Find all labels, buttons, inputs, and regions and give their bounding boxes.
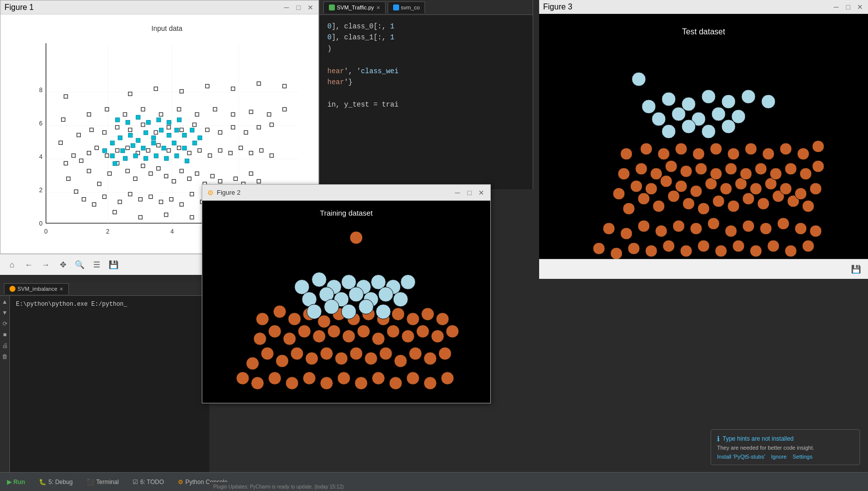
svg-rect-103 xyxy=(177,108,181,111)
svg-rect-85 xyxy=(116,125,119,129)
svg-rect-130 xyxy=(110,154,114,158)
forward-button[interactable]: → xyxy=(38,257,54,273)
svg-rect-143 xyxy=(154,154,158,158)
code-text-5a: hear xyxy=(327,67,344,75)
ignore-link[interactable]: Ignore xyxy=(771,454,787,460)
notif-title-text: Type hints are not installed xyxy=(723,435,794,442)
code-line-7 xyxy=(327,88,525,99)
svg-rect-96 xyxy=(257,125,261,129)
settings-button[interactable]: ☰ xyxy=(89,257,105,273)
toolbar-todo[interactable]: ☑ 6: TODO xyxy=(130,477,167,488)
console-up-btn[interactable]: ▲ xyxy=(1,298,9,306)
figure3-close[interactable]: ✕ xyxy=(856,3,864,11)
console-tab-svm[interactable]: SVM_imbalance ✕ xyxy=(4,283,69,294)
pan-button[interactable]: ✥ xyxy=(55,257,71,273)
code-line-2: 0], class_1[:, 1 xyxy=(327,32,525,43)
svg-rect-65 xyxy=(105,154,109,157)
svg-point-190 xyxy=(810,183,822,195)
tab-svm-traffic-label: SVM_Traffic.py xyxy=(337,4,374,10)
console-trash-btn[interactable]: 🗑 xyxy=(1,353,9,361)
svg-point-170 xyxy=(713,195,724,207)
figure3-minimize[interactable]: ─ xyxy=(832,3,840,11)
console-stop-btn[interactable]: ■ xyxy=(1,331,9,339)
svg-text:2: 2 xyxy=(39,187,43,194)
svg-rect-153 xyxy=(177,118,181,122)
figure3-plot: Test dataset xyxy=(539,14,868,279)
code-text-5c: class_wei xyxy=(361,67,399,75)
figure3-maximize[interactable]: □ xyxy=(844,3,852,11)
svg-point-173 xyxy=(757,198,769,210)
svg-point-177 xyxy=(613,188,625,200)
console-rerun-btn[interactable]: ⟳ xyxy=(1,320,9,328)
svg-point-257 xyxy=(702,124,716,138)
svg-point-189 xyxy=(795,188,807,200)
figure2-maximize[interactable]: □ xyxy=(465,189,473,197)
code-text-2c: 1 xyxy=(390,33,394,41)
svg-point-228 xyxy=(795,223,807,235)
svg-rect-155 xyxy=(139,216,142,219)
code-text-8a: in, y_test = trai xyxy=(327,101,399,109)
toolbar-run[interactable]: ▶ Run xyxy=(4,477,28,488)
svg-text:0: 0 xyxy=(44,228,48,235)
svg-rect-146 xyxy=(185,159,189,163)
svg-point-214 xyxy=(780,143,792,155)
toolbar-terminal[interactable]: ⬛ Terminal xyxy=(84,477,122,488)
figure1-maximize[interactable]: □ xyxy=(294,3,302,11)
back-button[interactable]: ← xyxy=(21,257,37,273)
svg-point-246 xyxy=(702,90,716,104)
svg-point-244 xyxy=(662,92,676,106)
tab-svm-traffic[interactable]: SVM_Traffic.py ✕ xyxy=(323,1,386,13)
svg-rect-28 xyxy=(156,167,160,170)
console-tab-close[interactable]: ✕ xyxy=(59,286,63,292)
svg-point-234 xyxy=(663,240,675,252)
figure2-minimize[interactable]: ─ xyxy=(453,189,461,197)
svg-point-194 xyxy=(665,160,677,172)
svg-point-262 xyxy=(261,347,274,360)
save-button[interactable]: 💾 xyxy=(106,257,122,273)
tab-svm-co-label: svm_co xyxy=(401,4,420,10)
svg-rect-132 xyxy=(131,143,135,147)
svg-point-191 xyxy=(618,168,630,180)
svg-rect-152 xyxy=(167,121,171,124)
svg-rect-21 xyxy=(98,182,101,186)
svg-point-196 xyxy=(695,163,707,175)
svg-point-312 xyxy=(407,372,420,385)
svg-rect-139 xyxy=(113,161,117,165)
figure1-minimize[interactable]: ─ xyxy=(283,3,290,11)
toolbar-debug[interactable]: 🐛 5: Debug xyxy=(36,477,76,488)
svg-rect-97 xyxy=(270,123,274,126)
figure2-close[interactable]: ✕ xyxy=(477,189,485,197)
tab-close-1[interactable]: ✕ xyxy=(376,5,380,10)
svg-point-291 xyxy=(288,313,301,326)
svg-rect-18 xyxy=(67,177,70,180)
svg-rect-150 xyxy=(146,121,150,124)
settings-link[interactable]: Settings xyxy=(793,454,813,460)
tab-svm-co[interactable]: svm_co xyxy=(388,1,426,13)
figure3-window: Figure 3 ─ □ ✕ Test dataset xyxy=(539,0,868,279)
zoom-button[interactable]: 🔍 xyxy=(72,257,88,273)
console-tab-icon xyxy=(9,286,15,292)
svg-rect-123 xyxy=(151,136,155,140)
svg-rect-35 xyxy=(211,174,214,178)
svg-point-272 xyxy=(409,347,422,360)
svg-point-179 xyxy=(645,183,657,195)
console-down-btn[interactable]: ▼ xyxy=(1,309,9,317)
svg-point-287 xyxy=(431,330,444,343)
install-link[interactable]: Install 'PyQt5-stubs' xyxy=(717,454,765,460)
figure1-close[interactable]: ✕ xyxy=(306,3,314,11)
svg-rect-48 xyxy=(139,198,142,201)
figure3-save-btn[interactable]: 💾 xyxy=(848,261,864,277)
svg-point-281 xyxy=(342,330,355,343)
svg-point-307 xyxy=(320,377,333,390)
svg-point-238 xyxy=(732,240,744,252)
svg-rect-104 xyxy=(195,113,199,116)
svg-point-217 xyxy=(603,223,615,235)
svg-point-304 xyxy=(269,372,282,385)
svg-point-220 xyxy=(655,225,667,237)
svg-point-300 xyxy=(422,308,434,321)
svg-point-239 xyxy=(750,245,762,257)
console-print-btn[interactable]: 🖨 xyxy=(1,342,9,350)
svg-point-310 xyxy=(372,372,385,385)
svg-rect-156 xyxy=(164,213,168,217)
home-button[interactable]: ⌂ xyxy=(4,257,20,273)
